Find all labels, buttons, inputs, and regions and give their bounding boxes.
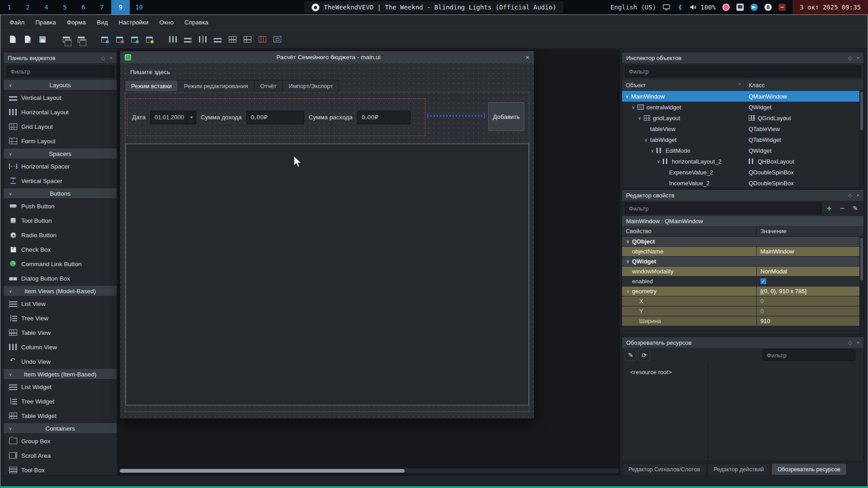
light-app-tray-icon[interactable]	[764, 4, 772, 11]
property-filter-input[interactable]	[625, 202, 821, 214]
widget-item-command-link-button[interactable]: Command Link Button	[4, 257, 117, 271]
tab-import-export[interactable]: Импорт/Экспорт	[283, 80, 340, 92]
close-panel-icon[interactable]: ×	[857, 340, 859, 345]
income-spinbox[interactable]: 0,00₽	[246, 111, 304, 124]
float-panel-icon[interactable]: ◇	[848, 192, 852, 198]
widget-item-horizontal-spacer[interactable]: Horizontal Spacer	[4, 159, 117, 174]
adjust-size-button[interactable]	[270, 33, 284, 46]
tree-row-mainwindow[interactable]: ∨MainWindow QMainWindow	[622, 91, 863, 102]
expand-icon[interactable]: ∨	[656, 159, 662, 164]
property-value[interactable]: 910	[757, 316, 863, 326]
property-columns-header[interactable]: Свойство Значение	[622, 226, 863, 237]
mdi-horizontal-scrollbar[interactable]	[119, 469, 619, 473]
bluetooth-icon[interactable]	[677, 4, 683, 10]
horizontal-spacer-spring[interactable]	[427, 115, 485, 117]
widget-item-list-widget[interactable]: List Widget	[4, 380, 117, 394]
edit-widgets-button[interactable]	[98, 33, 111, 46]
workspace-4[interactable]: 4	[37, 0, 56, 14]
float-panel-icon[interactable]: ◇	[848, 55, 852, 61]
widget-item-tool-box[interactable]: Tool Box	[4, 463, 117, 475]
menu-settings[interactable]: Настройки	[113, 19, 154, 26]
menu-view[interactable]: Вид	[91, 19, 113, 26]
now-playing-widget[interactable]: TheWeekndVEVO | The Weeknd - Blinding Li…	[304, 1, 563, 13]
widget-item-vertical-spacer[interactable]: Vertical Spacer	[4, 174, 117, 188]
widget-item-column-view[interactable]: Column View	[4, 340, 117, 354]
property-row-objectname[interactable]: objectName MainWindow	[622, 247, 863, 257]
widget-item-undo-view[interactable]: Undo View	[4, 354, 117, 369]
tab-insert-mode[interactable]: Режим вставки	[125, 80, 178, 92]
widget-item-list-view[interactable]: List View	[4, 296, 117, 311]
workspace-2[interactable]: 2	[19, 0, 37, 14]
widgetbox-section-item-widgets[interactable]: ∨Item Widgets (Item-Based)	[4, 369, 117, 380]
property-row-windowmodality[interactable]: windowModality NonModal	[622, 267, 863, 277]
layout-vertical-splitter-button[interactable]	[211, 33, 224, 46]
widget-item-tree-view[interactable]: Tree View	[4, 311, 117, 325]
close-panel-icon[interactable]: ×	[110, 55, 113, 61]
undo-button[interactable]	[59, 33, 73, 46]
layout-vertical-button[interactable]	[181, 33, 194, 46]
widget-item-vertical-layout[interactable]: Vertical Layout	[4, 90, 117, 105]
workspace-6[interactable]: 6	[74, 0, 93, 14]
property-row-x[interactable]: X 0	[622, 296, 863, 306]
display-icon[interactable]	[663, 4, 670, 10]
widget-item-grid-layout[interactable]: Grid Layout	[4, 119, 117, 134]
property-row-width[interactable]: Ширина 910	[622, 316, 863, 326]
tab-report[interactable]: Отчёт	[254, 80, 283, 92]
property-value[interactable]: NonModal	[757, 267, 863, 276]
layout-grid-button[interactable]	[226, 33, 239, 46]
tree-row-centralwidget[interactable]: ∨centralwidget QWidget	[622, 102, 863, 113]
tab-edit-mode[interactable]: Режим редактирования	[178, 80, 254, 92]
close-panel-icon[interactable]: ×	[857, 55, 859, 61]
widget-item-form-layout[interactable]: Form Layout	[4, 134, 117, 148]
property-value[interactable]: 0	[757, 296, 863, 306]
inspector-scrollbar[interactable]	[859, 91, 863, 188]
widget-item-tool-button[interactable]: Tool Button	[4, 213, 117, 228]
screen-app-tray-icon[interactable]	[736, 4, 744, 11]
widgetbox-section-layouts[interactable]: ∨Layouts	[4, 80, 117, 90]
telegram-tray-icon[interactable]	[750, 4, 758, 11]
property-group-qwidget[interactable]: ∨QWidget	[622, 257, 863, 267]
expand-icon[interactable]: ∨	[630, 105, 637, 110]
save-form-button[interactable]	[36, 33, 49, 46]
volume-icon[interactable]	[690, 4, 697, 10]
tab-resource-browser[interactable]: Обозреватель ресурсов	[771, 463, 847, 475]
expand-icon[interactable]: ∨	[624, 94, 630, 99]
tab-signal-slot-editor[interactable]: Редактор Сигналов/Слотов	[622, 463, 707, 475]
edit-signals-slots-button[interactable]	[113, 33, 126, 46]
workspace-7[interactable]: 7	[93, 0, 111, 14]
property-group-qobject[interactable]: ∨QObject	[622, 237, 863, 247]
widget-item-check-box[interactable]: Check Box	[4, 242, 117, 257]
widgetbox-section-containers[interactable]: ∨Containers	[4, 423, 117, 434]
layout-form-button[interactable]	[241, 33, 254, 46]
edit-tab-order-button[interactable]	[142, 33, 156, 46]
widgetbox-section-spacers[interactable]: ∨Spacers	[4, 148, 117, 159]
tree-row-tableview[interactable]: tableView QTableView	[622, 123, 863, 134]
inspector-columns-header[interactable]: Объект^ Класс	[622, 80, 863, 91]
tree-row-tabwidget[interactable]: ∨tabWidget QTabWidget	[622, 134, 863, 145]
form-window-titlebar[interactable]: Расчёт Семейного бюджета - main.ui ×	[120, 51, 534, 63]
workspace-9-active[interactable]: 9	[111, 0, 130, 14]
red-app-tray-icon[interactable]	[778, 4, 786, 11]
tree-row-horizontallayout2[interactable]: ∨horizontalLayout_2 QHBoxLayout	[622, 156, 863, 167]
property-value[interactable]: 0	[757, 306, 863, 316]
expense-spinbox[interactable]: 0,00₽	[357, 111, 410, 124]
tab-action-editor[interactable]: Редактор действий	[708, 463, 770, 475]
property-row-y[interactable]: Y 0	[622, 306, 863, 316]
table-view-widget[interactable]	[126, 144, 529, 405]
property-row-enabled[interactable]: enabled ✓	[622, 277, 863, 286]
sort-ascending-icon[interactable]: ^	[739, 82, 741, 88]
tree-row-expensevalue2[interactable]: ExpenseValue_2 QDoubleSpinBox	[622, 167, 863, 178]
widget-item-table-view[interactable]: Table View	[4, 325, 117, 340]
scrollbar-thumb[interactable]	[120, 469, 405, 473]
widget-item-group-box[interactable]: Group Box	[4, 434, 117, 448]
add-dynamic-property-button[interactable]: +	[824, 203, 835, 214]
workspace-5[interactable]: 5	[56, 0, 74, 14]
object-inspector-filter-input[interactable]	[625, 66, 861, 77]
menu-edit[interactable]: Правка	[30, 19, 61, 26]
expand-icon[interactable]: ∨	[643, 137, 649, 142]
widget-item-scroll-area[interactable]: Scroll Area	[4, 448, 117, 463]
widgetbox-section-buttons[interactable]: ∨Buttons	[4, 188, 117, 199]
collapse-icon[interactable]: ∨	[625, 259, 631, 264]
float-panel-icon[interactable]: ◇	[848, 340, 852, 346]
widget-item-tree-widget[interactable]: Tree Widget	[4, 394, 117, 408]
